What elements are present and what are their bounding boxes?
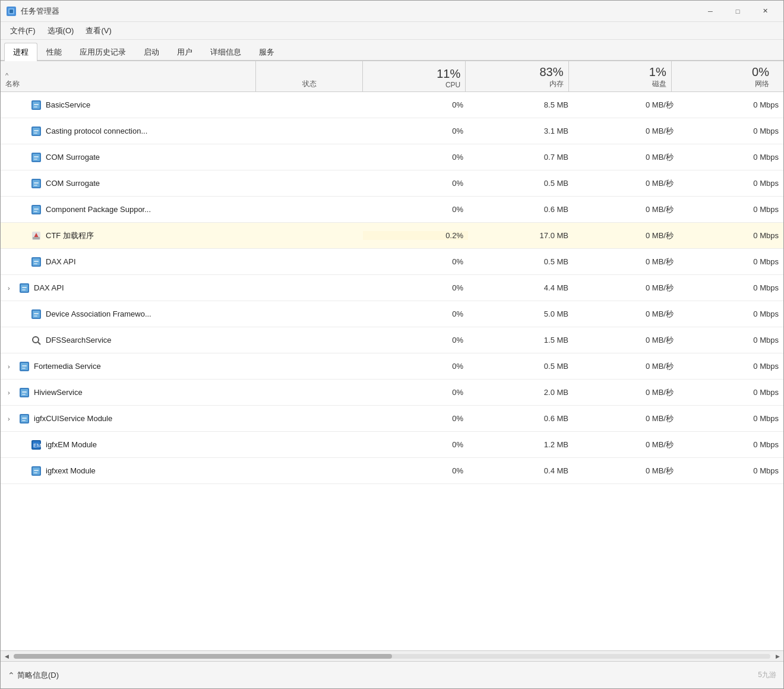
row-cpu-col: 0%: [363, 153, 468, 162]
row-name-col: EMigfxEM Module: [1, 439, 256, 451]
maximize-button[interactable]: □: [724, 1, 751, 22]
tab-users[interactable]: 用户: [168, 43, 201, 61]
row-name-col: Casting protocol connection...: [1, 125, 256, 137]
table-row[interactable]: DFSSearchService0%1.5 MB0 MB/秒0 Mbps: [1, 327, 783, 353]
svg-rect-2: [10, 10, 13, 13]
row-cpu-col: 0%: [363, 309, 468, 318]
process-icon: [30, 125, 42, 137]
row-net-col: 0 Mbps: [678, 440, 783, 449]
table-row[interactable]: ›HiviewService0%2.0 MB0 MB/秒0 Mbps: [1, 380, 783, 406]
svg-rect-18: [34, 185, 37, 186]
tab-startup[interactable]: 启动: [135, 43, 168, 61]
row-name-col: Device Association Framewo...: [1, 308, 256, 320]
tab-app-history[interactable]: 应用历史记录: [71, 43, 135, 61]
menu-options[interactable]: 选项(O): [42, 23, 80, 39]
horizontal-scrollbar[interactable]: ◀ ▶: [1, 650, 783, 661]
table-row[interactable]: igfxext Module0%0.4 MB0 MB/秒0 Mbps: [1, 458, 783, 484]
hscroll-right-arrow[interactable]: ▶: [773, 652, 782, 661]
expand-arrow[interactable]: ›: [8, 389, 15, 396]
menu-file[interactable]: 文件(F): [4, 23, 42, 39]
process-icon: [30, 230, 42, 242]
table-row[interactable]: COM Surrogate0%0.7 MB0 MB/秒0 Mbps: [1, 144, 783, 170]
row-cpu-col: 0%: [363, 283, 468, 292]
title-bar: 任务管理器 ─ □ ✕: [1, 1, 783, 22]
row-disk-col: 0 MB/秒: [573, 440, 678, 450]
col-header-net[interactable]: 0% 网络: [672, 61, 774, 91]
tab-performance[interactable]: 性能: [37, 43, 71, 61]
table-row[interactable]: Component Package Suppor...0%0.6 MB0 MB/…: [1, 197, 783, 223]
row-net-col: 0 Mbps: [678, 231, 783, 240]
tab-bar: 进程 性能 应用历史记录 启动 用户 详细信息 服务: [1, 40, 783, 61]
statusbar-icon[interactable]: ⌃: [8, 671, 15, 680]
close-button[interactable]: ✕: [751, 1, 779, 22]
row-name-col: ›DAX API: [1, 282, 256, 294]
cpu-pct: 11%: [437, 67, 460, 81]
expand-arrow[interactable]: ›: [8, 415, 15, 422]
svg-rect-32: [22, 289, 26, 290]
hscroll-thumb[interactable]: [14, 654, 392, 659]
statusbar-label[interactable]: 简略信息(D): [17, 670, 59, 681]
process-icon: EM: [30, 439, 42, 451]
hscroll-track[interactable]: [14, 654, 770, 659]
row-mem-col: 5.0 MB: [468, 309, 573, 318]
expand-arrow[interactable]: ›: [8, 285, 15, 292]
row-cpu-col: 0%: [363, 179, 468, 188]
table-row[interactable]: DAX API0%0.5 MB0 MB/秒0 Mbps: [1, 249, 783, 275]
process-name: DFSSearchService: [46, 336, 112, 344]
table-row[interactable]: CTF 加载程序0.2%17.0 MB0 MB/秒0 Mbps: [1, 223, 783, 249]
row-cpu-col: 0%: [363, 466, 468, 475]
row-mem-col: 0.5 MB: [468, 257, 573, 266]
row-disk-col: 0 MB/秒: [573, 466, 678, 476]
row-disk-col: 0 MB/秒: [573, 413, 678, 424]
hscroll-left-arrow[interactable]: ◀: [2, 652, 11, 661]
tab-processes[interactable]: 进程: [4, 43, 37, 61]
col-header-name[interactable]: ^ 名称: [1, 61, 256, 91]
cpu-label: CPU: [445, 81, 460, 89]
expand-arrow[interactable]: ›: [8, 363, 15, 370]
row-cpu-col: 0%: [363, 100, 468, 109]
col-header-mem[interactable]: 83% 内存: [466, 61, 568, 91]
row-net-col: 0 Mbps: [678, 100, 783, 109]
row-mem-col: 3.1 MB: [468, 127, 573, 135]
col-scroll-spacer: [774, 61, 783, 91]
row-mem-col: 0.7 MB: [468, 153, 573, 162]
svg-rect-36: [34, 315, 37, 317]
process-icon: [30, 334, 42, 346]
app-icon: [5, 5, 17, 17]
row-name-col: ›HiviewService: [1, 387, 256, 399]
table-row[interactable]: Device Association Framewo...0%5.0 MB0 M…: [1, 301, 783, 327]
process-name: igfxCUIService Module: [34, 414, 112, 423]
process-icon: [30, 465, 42, 477]
watermark: 5九游: [758, 670, 776, 680]
row-net-col: 0 Mbps: [678, 205, 783, 214]
table-row[interactable]: ›igfxCUIService Module0%0.6 MB0 MB/秒0 Mb…: [1, 406, 783, 432]
row-name-col: COM Surrogate: [1, 178, 256, 189]
table-row[interactable]: COM Surrogate0%0.5 MB0 MB/秒0 Mbps: [1, 170, 783, 197]
row-disk-col: 0 MB/秒: [573, 361, 678, 372]
row-mem-col: 1.2 MB: [468, 440, 573, 449]
minimize-button[interactable]: ─: [697, 1, 724, 22]
table-row[interactable]: BasicService0%8.5 MB0 MB/秒0 Mbps: [1, 92, 783, 118]
svg-rect-27: [34, 261, 39, 262]
col-header-disk[interactable]: 1% 磁盘: [569, 61, 672, 91]
row-mem-col: 0.6 MB: [468, 205, 573, 214]
svg-rect-49: [22, 418, 27, 419]
process-icon: [18, 387, 30, 399]
process-table-body[interactable]: BasicService0%8.5 MB0 MB/秒0 MbpsCasting …: [1, 92, 783, 650]
tab-services[interactable]: 服务: [250, 43, 283, 61]
row-name-col: DFSSearchService: [1, 334, 256, 346]
menu-view[interactable]: 查看(V): [80, 23, 117, 39]
table-row[interactable]: ›DAX API0%4.4 MB0 MB/秒0 Mbps: [1, 275, 783, 301]
table-row[interactable]: Casting protocol connection...0%3.1 MB0 …: [1, 118, 783, 144]
row-net-col: 0 Mbps: [678, 179, 783, 188]
col-header-status[interactable]: 状态: [256, 61, 363, 91]
process-icon: [30, 308, 42, 320]
tab-details[interactable]: 详细信息: [201, 43, 250, 61]
table-row[interactable]: EMigfxEM Module0%1.2 MB0 MB/秒0 Mbps: [1, 432, 783, 458]
svg-rect-28: [34, 263, 37, 264]
row-cpu-col: 0%: [363, 127, 468, 135]
table-row[interactable]: ›Fortemedia Service0%0.5 MB0 MB/秒0 Mbps: [1, 353, 783, 380]
sort-arrow: ^: [5, 72, 251, 79]
row-cpu-col: 0%: [363, 440, 468, 449]
col-header-cpu[interactable]: 11% CPU: [363, 61, 466, 91]
